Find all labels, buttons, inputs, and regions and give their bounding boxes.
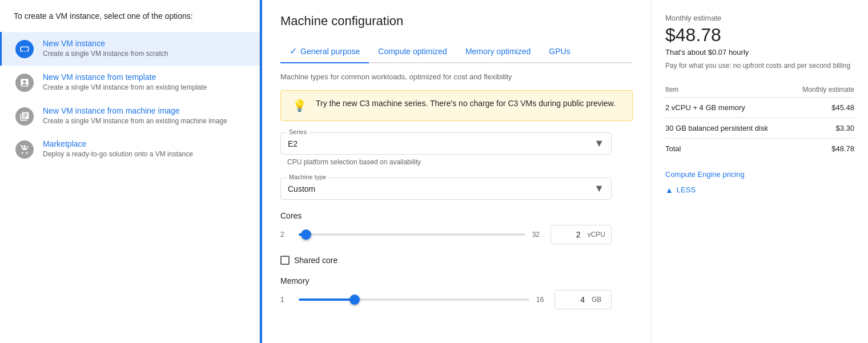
less-label: LESS	[677, 185, 696, 194]
memory-slider-thumb[interactable]	[349, 294, 360, 305]
table-header-cost: Monthly estimate	[791, 82, 854, 98]
series-label: Series	[287, 128, 309, 135]
sidebar-item-image-subtitle: Create a single VM instance from an exis…	[43, 116, 227, 126]
tab-gpus[interactable]: GPUs	[540, 40, 579, 63]
machine-description: Machine types for common workloads, opti…	[280, 72, 633, 81]
series-dropdown-icon: ▼	[594, 138, 604, 150]
cores-slider-thumb[interactable]	[301, 229, 311, 240]
memory-slider-track	[299, 298, 529, 301]
right-panel: Monthly estimate $48.78 That's about $0.…	[651, 0, 868, 343]
table-cell-item-1: 30 GB balanced persistent disk	[665, 118, 791, 138]
tab-memory-optimized[interactable]: Memory optimized	[456, 40, 540, 63]
sidebar-item-marketplace-subtitle: Deploy a ready-to-go solution onto a VM …	[43, 150, 193, 159]
cores-section: Cores 2 32 vCPU	[280, 211, 612, 244]
sidebar-item-image-text: New VM instance from machine image Creat…	[43, 106, 227, 126]
sidebar-item-template-subtitle: Create a single VM instance from an exis…	[43, 83, 207, 92]
sidebar-item-image-title: New VM instance from machine image	[43, 106, 227, 115]
sidebar-item-template-title: New VM instance from template	[43, 72, 207, 82]
vm-icon	[15, 40, 34, 58]
cores-max: 32	[532, 231, 544, 239]
sidebar-item-new-vm-title: New VM instance	[43, 39, 168, 48]
info-banner: 💡 Try the new C3 machine series. There's…	[280, 90, 633, 121]
series-select[interactable]: Series E2 ▼	[280, 132, 612, 155]
estimate-title: Monthly estimate	[665, 14, 854, 22]
sidebar-item-new-vm-text: New VM instance Create a single VM insta…	[43, 39, 168, 59]
cores-min: 2	[280, 231, 292, 239]
lightbulb-icon: 💡	[292, 99, 307, 112]
total-label: Total	[665, 138, 791, 159]
sidebar-item-new-vm-template[interactable]: New VM instance from template Create a s…	[0, 66, 259, 99]
table-row: 30 GB balanced persistent disk $3.30	[665, 118, 854, 138]
sidebar-item-marketplace-text: Marketplace Deploy a ready-to-go solutio…	[43, 139, 193, 159]
page-title: Machine configuration	[280, 14, 633, 29]
machine-type-select[interactable]: Machine type Custom ▼	[280, 177, 612, 200]
sidebar-item-new-vm-subtitle: Create a single VM instance from scratch	[43, 49, 168, 59]
shared-core-checkbox[interactable]	[280, 256, 290, 265]
table-cell-item-0: 2 vCPU + 4 GB memory	[665, 97, 791, 118]
memory-slider-fill	[299, 298, 352, 301]
shared-core-row: Shared core	[280, 256, 612, 265]
table-header-item: Item	[665, 82, 791, 98]
cores-slider-wrapper	[299, 229, 525, 240]
image-icon	[15, 107, 34, 126]
estimate-amount: $48.78	[665, 25, 854, 46]
memory-slider-wrapper	[299, 294, 529, 305]
cores-input[interactable]	[551, 225, 585, 244]
shared-core-label: Shared core	[294, 256, 337, 265]
table-row: 2 vCPU + 4 GB memory $45.48	[665, 97, 854, 118]
sidebar-item-marketplace-title: Marketplace	[43, 139, 193, 148]
sidebar-item-marketplace[interactable]: Marketplace Deploy a ready-to-go solutio…	[0, 132, 259, 166]
sidebar-intro: To create a VM instance, select one of t…	[0, 11, 259, 32]
cores-input-group: vCPU	[550, 225, 612, 244]
cores-unit: vCPU	[585, 226, 611, 243]
estimate-note: Pay for what you use: no upfront costs a…	[665, 61, 854, 71]
sidebar-item-new-vm[interactable]: New VM instance Create a single VM insta…	[0, 32, 259, 66]
table-cell-cost-0: $45.48	[791, 97, 854, 118]
checkmark-icon: ✓	[290, 46, 297, 57]
marketplace-icon	[15, 140, 34, 159]
main-content: Machine configuration ✓ General purpose …	[262, 0, 651, 343]
estimate-hourly: That's about $0.07 hourly	[665, 48, 854, 57]
memory-label: Memory	[280, 276, 612, 285]
machine-type-label: Machine type	[287, 173, 328, 180]
series-value: E2	[288, 139, 298, 148]
series-hint: CPU platform selection based on availabi…	[280, 158, 633, 166]
template-icon	[15, 74, 34, 92]
cores-label: Cores	[280, 211, 612, 220]
machine-type-value: Custom	[288, 184, 315, 193]
cores-slider-track	[299, 233, 525, 236]
machine-type-field: Machine type Custom ▼	[280, 177, 633, 200]
memory-input-group: GB	[554, 290, 612, 309]
banner-text: Try the new C3 machine series. There's n…	[316, 99, 616, 108]
sidebar-item-template-text: New VM instance from template Create a s…	[43, 72, 207, 92]
memory-input[interactable]	[555, 290, 589, 309]
table-cell-cost-1: $3.30	[791, 118, 854, 138]
series-field: Series E2 ▼ CPU platform selection based…	[280, 132, 633, 166]
machine-type-dropdown-icon: ▼	[594, 183, 604, 195]
estimate-table: Item Monthly estimate 2 vCPU + 4 GB memo…	[665, 82, 854, 159]
machine-type-tabs: ✓ General purpose Compute optimized Memo…	[280, 40, 633, 63]
chevron-up-icon: ▲	[665, 185, 673, 195]
sidebar-item-machine-image[interactable]: New VM instance from machine image Creat…	[0, 99, 259, 133]
tab-compute-optimized[interactable]: Compute optimized	[369, 40, 456, 63]
memory-unit: GB	[589, 291, 607, 308]
tab-general-purpose[interactable]: ✓ General purpose	[280, 40, 369, 63]
total-row: Total $48.78	[665, 138, 854, 159]
less-toggle[interactable]: ▲ LESS	[665, 185, 854, 195]
total-cost: $48.78	[791, 138, 854, 159]
pricing-link[interactable]: Compute Engine pricing	[665, 170, 854, 179]
memory-section: Memory 1 16 GB	[280, 276, 612, 309]
memory-min: 1	[280, 296, 292, 304]
sidebar: To create a VM instance, select one of t…	[0, 0, 260, 343]
memory-max: 16	[536, 296, 548, 304]
